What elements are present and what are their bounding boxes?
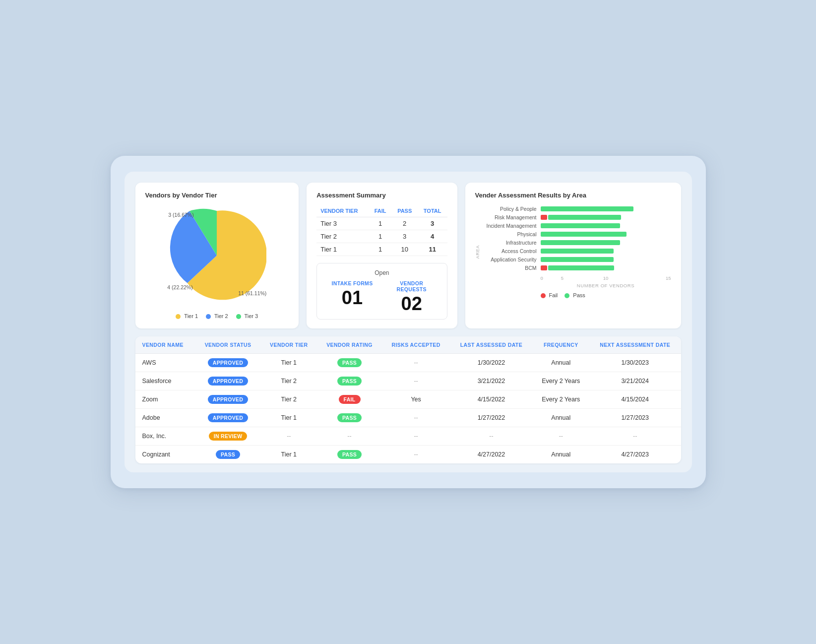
pass-bar: [541, 206, 633, 211]
bar-label: BCM: [481, 265, 541, 271]
vendor-risks: --: [382, 409, 450, 427]
summary-tier: Tier 1: [316, 243, 369, 256]
vendor-tier: Tier 1: [261, 409, 317, 427]
bar-row: BCM: [481, 265, 671, 271]
summary-pass: 3: [392, 230, 418, 243]
fail-bar: [541, 215, 547, 220]
vendor-risks: --: [382, 427, 450, 446]
vendor-name: Cognizant: [135, 446, 195, 464]
pass-bar: [548, 215, 621, 220]
summary-pass: 2: [392, 217, 418, 230]
pie-label-tier1: 11 (61.11%): [238, 290, 266, 296]
bar-bars: [541, 240, 671, 245]
vendor-col-header: RISKS ACCEPTED: [382, 336, 450, 354]
assessment-summary-card: Assessment Summary VENDOR TIER FAIL PASS…: [307, 183, 457, 328]
tier2-dot: [206, 314, 211, 319]
vendor-col-header: VENDOR RATING: [317, 336, 382, 354]
pass-bar: [548, 265, 614, 270]
vendor-frequency: Annual: [533, 409, 589, 427]
vendor-rating: PASS: [317, 409, 382, 427]
rating-badge: PASS: [337, 450, 362, 459]
summary-row: Tier 2 1 3 4: [316, 230, 447, 243]
dashboard: Vendors by Vendor Tier: [125, 172, 692, 472]
vendor-next-date: 4/27/2023: [589, 446, 681, 464]
vendor-status: APPROVED: [195, 390, 260, 409]
vendor-last-date: 1/27/2022: [450, 409, 533, 427]
summary-pass: 10: [392, 243, 418, 256]
vendor-name: Zoom: [135, 390, 195, 409]
rating-badge: FAIL: [339, 395, 361, 404]
pass-dot: [565, 293, 569, 298]
vendor-frequency: Annual: [533, 446, 589, 464]
vendor-frequency: Every 2 Years: [533, 372, 589, 390]
vendor-rating: --: [317, 427, 382, 446]
vendor-tier: Tier 2: [261, 390, 317, 409]
vendor-table-row: Zoom APPROVED Tier 2 FAIL Yes 4/15/2022 …: [135, 390, 681, 409]
summary-total: 3: [418, 217, 447, 230]
summary-table: VENDOR TIER FAIL PASS TOTAL Tier 3 1 2 3…: [316, 206, 447, 256]
bar-bars: [541, 215, 671, 220]
vendor-table-card: VENDOR NAMEVENDOR STATUSVENDOR TIERVENDO…: [135, 336, 681, 463]
vendor-col-header: LAST ASSESSED DATE: [450, 336, 533, 354]
bar-row: Infrastructure: [481, 240, 671, 246]
vendor-last-date: 1/30/2022: [450, 354, 533, 372]
legend-tier1: Tier 1: [176, 313, 198, 319]
bar-label: Infrastructure: [481, 240, 541, 246]
bar-row: Incident Management: [481, 223, 671, 229]
tier1-dot: [176, 314, 181, 319]
vendor-status: APPROVED: [195, 354, 260, 372]
summary-total: 4: [418, 230, 447, 243]
bar-label: Incident Management: [481, 223, 541, 229]
vendor-tier: Tier 1: [261, 446, 317, 464]
vendor-tier: Tier 2: [261, 372, 317, 390]
bar-row: Application Security: [481, 257, 671, 262]
bar-label: Risk Management: [481, 214, 541, 220]
summary-tier: Tier 2: [316, 230, 369, 243]
bar-legend-pass: Pass: [565, 292, 585, 298]
bar-row: Policy & People: [481, 206, 671, 212]
vendor-requests-metric: VENDOR REQUESTS 02: [384, 280, 439, 313]
vendor-status: APPROVED: [195, 372, 260, 390]
pass-bar: [541, 257, 614, 262]
bar-label: Application Security: [481, 257, 541, 262]
bar-row: Risk Management: [481, 214, 671, 220]
summary-fail: 1: [369, 230, 392, 243]
vendor-status: APPROVED: [195, 409, 260, 427]
vendor-name: Box, Inc.: [135, 427, 195, 446]
bar-bars: [541, 265, 671, 270]
vendor-name: Salesforce: [135, 372, 195, 390]
vendor-last-date: 4/15/2022: [450, 390, 533, 409]
vendor-tier: Tier 1: [261, 354, 317, 372]
vendor-risks: --: [382, 354, 450, 372]
vendor-frequency: --: [533, 427, 589, 446]
pie-chart-title: Vendors by Vendor Tier: [145, 192, 289, 199]
summary-tier: Tier 3: [316, 217, 369, 230]
pie-label-tier2: 4 (22.22%): [167, 284, 192, 290]
vendor-table-row: Box, Inc. IN REVIEW -- -- -- -- -- --: [135, 427, 681, 446]
tier3-dot: [236, 314, 241, 319]
vendor-col-header: FREQUENCY: [533, 336, 589, 354]
summary-row: Tier 3 1 2 3: [316, 217, 447, 230]
intake-forms-value: 01: [325, 288, 379, 307]
vendor-next-date: --: [589, 427, 681, 446]
col-vendor-tier: VENDOR TIER: [316, 206, 369, 217]
vendor-name: AWS: [135, 354, 195, 372]
device-frame: Vendors by Vendor Tier: [111, 156, 706, 488]
pie-chart-card: Vendors by Vendor Tier: [135, 183, 299, 328]
bar-chart-title: Vender Assessment Results by Area: [475, 192, 671, 199]
col-total: TOTAL: [418, 206, 447, 217]
vendor-next-date: 1/30/2023: [589, 354, 681, 372]
legend-tier3: Tier 3: [236, 313, 258, 319]
pass-bar: [541, 232, 627, 237]
bar-label: Physical: [481, 231, 541, 237]
summary-fail: 1: [369, 243, 392, 256]
summary-fail: 1: [369, 217, 392, 230]
bar-bars: [541, 257, 671, 262]
vendor-risks: Yes: [382, 390, 450, 409]
vendor-tier: --: [261, 427, 317, 446]
bar-bars: [541, 249, 671, 254]
vendor-name: Adobe: [135, 409, 195, 427]
vendor-frequency: Every 2 Years: [533, 390, 589, 409]
vendor-col-header: NEXT ASSESSMENT DATE: [589, 336, 681, 354]
pie-container: 3 (16.67%) 4 (22.22%) 11 (61.11%) Tier 1…: [145, 206, 289, 319]
